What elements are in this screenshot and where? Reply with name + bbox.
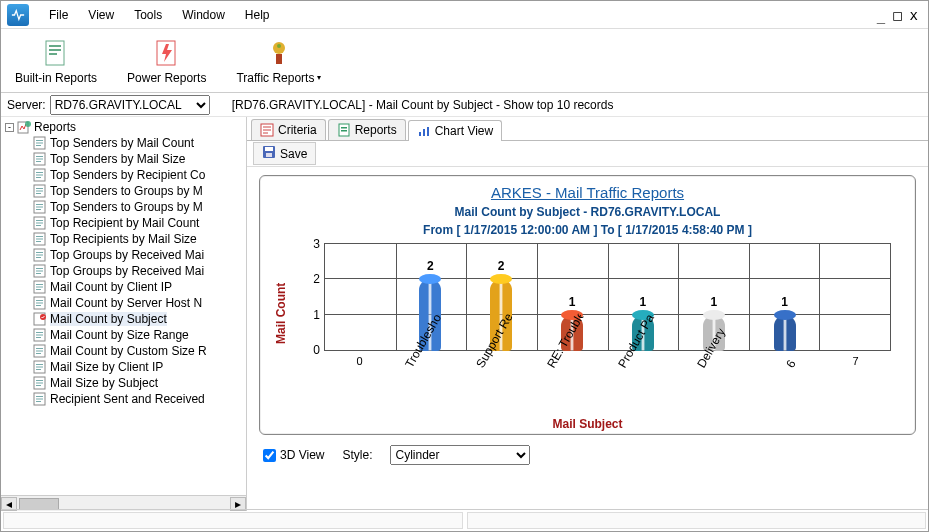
style-select[interactable]: Cylinder [390,445,530,465]
traffic-reports-button[interactable]: Traffic Reports ▾ [232,35,325,87]
svg-rect-82 [423,129,425,136]
svg-rect-52 [36,300,43,301]
server-label: Server: [7,98,46,112]
maximize-button[interactable]: □ [893,7,901,23]
svg-rect-28 [36,204,43,205]
scroll-thumb[interactable] [19,498,59,510]
power-reports-button[interactable]: Power Reports [123,35,210,87]
tree-item[interactable]: Top Senders by Mail Count [5,135,246,151]
svg-rect-53 [36,303,43,304]
svg-rect-20 [36,172,43,173]
menu-tools[interactable]: Tools [124,4,172,26]
ribbon-toolbar: Built-in Reports Power Reports Traffic R… [1,29,928,93]
tree-item-label: Mail Size by Client IP [50,360,163,374]
chart-footer: 3D View Style: Cylinder [259,445,916,465]
tab-bar: Criteria Reports Chart View [247,117,928,141]
menu-file[interactable]: File [39,4,78,26]
tree-item[interactable]: Mail Count by Subject [5,311,246,327]
tree-item-label: Mail Count by Custom Size R [50,344,207,358]
tree-item[interactable]: Top Recipient by Mail Count [5,215,246,231]
tree-item-label: Mail Count by Server Host N [50,296,202,310]
svg-rect-64 [36,353,41,354]
save-icon [262,145,276,162]
report-item-icon [33,392,47,406]
svg-point-8 [277,44,281,48]
criteria-icon [260,123,274,137]
svg-rect-59 [36,335,43,336]
reports-root-icon [17,120,31,134]
tree-item[interactable]: Mail Size by Subject [5,375,246,391]
reports-tab-icon [337,123,351,137]
tree-item[interactable]: Top Groups by Received Mai [5,263,246,279]
svg-rect-17 [36,159,43,160]
app-icon [7,4,29,26]
menu-help[interactable]: Help [235,4,280,26]
main-area: - Reports Top Senders by Mail CountTop S… [1,117,928,511]
builtin-reports-button[interactable]: Built-in Reports [11,35,101,87]
chart-ylabel: Mail Count [274,243,288,383]
svg-rect-79 [341,127,347,129]
svg-rect-44 [36,268,43,269]
tree-root[interactable]: - Reports [5,119,246,135]
svg-rect-45 [36,271,43,272]
tree-item[interactable]: Mail Count by Size Range [5,327,246,343]
tree-item[interactable]: Top Groups by Received Mai [5,247,246,263]
tree-item[interactable]: Top Senders to Groups by M [5,183,246,199]
svg-rect-42 [36,257,41,258]
3dview-label: 3D View [280,448,324,462]
tree-item[interactable]: Recipient Sent and Received [5,391,246,407]
svg-rect-72 [36,385,41,386]
svg-rect-24 [36,188,43,189]
svg-rect-60 [36,337,41,338]
minimize-button[interactable]: _ [877,7,885,23]
svg-rect-48 [36,284,43,285]
svg-rect-22 [36,177,41,178]
svg-rect-1 [49,45,61,47]
chart-bar[interactable]: 1 [774,315,796,351]
close-button[interactable]: x [910,7,918,23]
svg-rect-75 [36,399,43,400]
tree-item[interactable]: Mail Count by Custom Size R [5,343,246,359]
tree-item[interactable]: Top Recipients by Mail Size [5,231,246,247]
svg-rect-46 [36,273,41,274]
svg-rect-74 [36,396,43,397]
tree-item[interactable]: Top Senders by Mail Size [5,151,246,167]
tree-root-label: Reports [34,120,76,134]
tree-item[interactable]: Top Senders by Recipient Co [5,167,246,183]
menu-view[interactable]: View [78,4,124,26]
tab-criteria[interactable]: Criteria [251,119,326,140]
bar-value-label: 1 [710,295,717,309]
report-item-icon [33,264,47,278]
menubar: FileViewToolsWindowHelp _ □ x [1,1,928,29]
report-item-icon [33,216,47,230]
svg-point-10 [25,121,31,127]
bar-value-label: 1 [640,295,647,309]
svg-rect-67 [36,367,43,368]
tab-reports[interactable]: Reports [328,119,406,140]
tree-item[interactable]: Mail Count by Server Host N [5,295,246,311]
tree-item[interactable]: Mail Count by Client IP [5,279,246,295]
menu-window[interactable]: Window [172,4,235,26]
tree-item[interactable]: Mail Size by Client IP [5,359,246,375]
svg-rect-25 [36,191,43,192]
report-item-icon [33,296,47,310]
tree-item[interactable]: Top Senders to Groups by M [5,199,246,215]
server-row: Server: RD76.GRAVITY.LOCAL [RD76.GRAVITY… [1,93,928,117]
svg-rect-62 [36,348,43,349]
traffic-reports-icon [263,37,295,69]
server-select[interactable]: RD76.GRAVITY.LOCAL [50,95,210,115]
3dview-checkbox-wrap[interactable]: 3D View [263,448,324,462]
svg-rect-71 [36,383,43,384]
svg-rect-26 [36,193,41,194]
chart-yticks: 3210 [304,237,320,357]
tab-chartview[interactable]: Chart View [408,120,502,141]
tab-chartview-label: Chart View [435,124,493,138]
report-item-icon [33,152,47,166]
collapse-icon[interactable]: - [5,123,14,132]
reports-tree[interactable]: - Reports Top Senders by Mail CountTop S… [1,117,246,495]
tree-item-label: Top Recipients by Mail Size [50,232,197,246]
svg-rect-2 [49,49,61,51]
xtick-label: Delivery [678,353,749,383]
3dview-checkbox[interactable] [263,449,276,462]
save-button[interactable]: Save [253,142,316,165]
